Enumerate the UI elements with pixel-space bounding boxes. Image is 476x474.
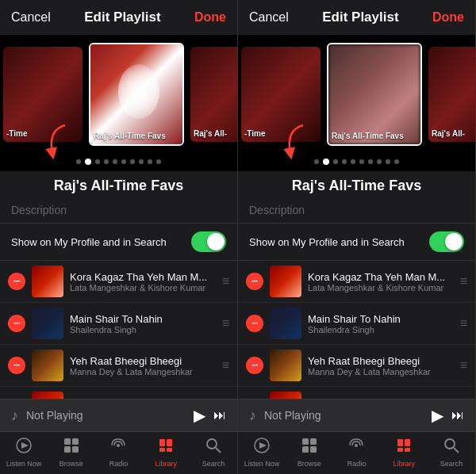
tab-browse[interactable]: Browse [48,437,95,468]
dots-row [238,154,475,171]
tab-listen-now[interactable]: Listen Now [0,437,48,468]
page-title: Edit Playlist [322,10,398,25]
svg-rect-25 [405,448,410,452]
drag-handle[interactable]: ≡ [460,316,467,331]
dot-4[interactable] [113,159,117,164]
arrow-icon [279,124,311,159]
svg-rect-10 [159,448,165,452]
svg-rect-19 [302,446,309,453]
cancel-button[interactable]: Cancel [11,10,51,25]
song-info: Yeh Raat Bheegi Bheegi Manna Dey & Lata … [308,355,454,377]
panel-right: Cancel Edit Playlist Done -TimeRaj's All… [238,0,476,474]
svg-rect-24 [397,448,403,452]
library-icon [395,437,413,458]
dot-8[interactable] [148,159,152,164]
svg-rect-8 [159,439,165,446]
song-title: Main Shair To Nahin [70,313,216,325]
toggle-switch[interactable] [191,231,226,252]
carousel-item-label: Raj's All-Time Favs [332,132,417,141]
dot-8[interactable] [386,159,390,164]
browse-icon [63,437,80,458]
description-field[interactable]: Description [238,197,475,224]
done-button[interactable]: Done [432,10,464,25]
song-row: Aaikel Tere Mere Pyar Ke Ch... ≡ [238,387,475,399]
song-remove-button[interactable] [246,273,263,290]
playlist-name[interactable]: Raj's All-Time Favs [238,171,475,197]
carousel-item-2[interactable]: Raj's All- [428,47,475,142]
svg-rect-20 [310,446,317,453]
dot-2[interactable] [333,159,338,164]
drag-handle[interactable]: ≡ [460,274,467,289]
song-art [270,266,301,297]
play-button[interactable]: ▶ [432,406,443,425]
toggle-row: Show on My Profile and in Search [238,224,475,261]
song-remove-button[interactable] [246,315,263,332]
song-art [270,350,301,381]
svg-point-21 [355,444,358,447]
cancel-button[interactable]: Cancel [249,10,289,25]
dot-7[interactable] [377,159,382,164]
carousel-item-2[interactable]: Raj's All- [190,47,237,142]
tab-browse[interactable]: Browse [286,437,333,468]
carousel-track: -TimeRaj's All-Time FavsRaj's All- [0,35,237,154]
tab-library[interactable]: Library [142,437,190,468]
song-art [270,308,301,339]
play-button[interactable]: ▶ [194,406,205,425]
skip-button[interactable]: ⏭ [451,408,464,422]
song-art [32,350,63,381]
dot-6[interactable] [130,159,135,164]
tab-search[interactable]: Search [428,437,475,468]
carousel-container[interactable]: -TimeRaj's All-Time FavsRaj's All- [0,35,237,154]
dot-3[interactable] [104,159,109,164]
dot-9[interactable] [156,159,161,164]
svg-rect-5 [64,446,71,453]
song-remove-button[interactable] [8,315,25,332]
dot-5[interactable] [121,159,126,164]
arrow-icon [41,124,73,159]
dot-6[interactable] [368,159,373,164]
dot-9[interactable] [394,159,399,164]
song-remove-button[interactable] [246,357,263,374]
toggle-switch[interactable] [429,231,464,252]
dot-1[interactable] [323,159,329,165]
dot-7[interactable] [139,159,144,164]
tab-radio[interactable]: Radio [95,437,143,468]
dot-0[interactable] [76,159,81,164]
carousel-container[interactable]: -TimeRaj's All-Time FavsRaj's All- [238,35,475,154]
song-remove-button[interactable] [8,273,25,290]
search-label: Search [202,460,225,468]
dot-4[interactable] [351,159,355,164]
song-title: Yeh Raat Bheegi Bheegi [308,355,454,367]
tab-listen-now[interactable]: Listen Now [238,437,286,468]
dot-5[interactable] [359,159,364,164]
tab-library[interactable]: Library [380,437,428,468]
drag-handle[interactable]: ≡ [222,316,229,331]
carousel-item-1[interactable]: Raj's All-Time Favs [327,43,422,146]
toggle-row: Show on My Profile and in Search [0,224,237,261]
dot-2[interactable] [95,159,100,164]
tab-bar: Listen NowBrowseRadioLibrarySearch [0,431,237,474]
skip-button[interactable]: ⏭ [213,408,226,422]
dots-row [0,154,237,171]
dot-1[interactable] [85,159,91,165]
carousel-item-1[interactable]: Raj's All-Time Favs [89,43,184,146]
dot-0[interactable] [314,159,319,164]
dot-3[interactable] [342,159,347,164]
svg-rect-4 [72,438,79,445]
radio-label: Radio [109,460,129,468]
drag-handle[interactable]: ≡ [222,274,229,289]
svg-point-7 [117,444,120,447]
drag-handle[interactable]: ≡ [222,358,229,373]
drag-handle[interactable]: ≡ [460,358,467,373]
tab-search[interactable]: Search [190,437,237,468]
song-remove-button[interactable] [8,357,25,374]
svg-rect-6 [72,446,79,453]
song-row: Kora Kagaz Tha Yeh Man M... Lata Mangesh… [238,261,475,303]
listen-now-label: Listen Now [244,460,280,468]
listen-now-label: Listen Now [6,460,42,468]
tab-radio[interactable]: Radio [333,437,381,468]
playlist-name[interactable]: Raj's All-Time Favs [0,171,237,197]
done-button[interactable]: Done [194,10,226,25]
description-field[interactable]: Description [0,197,237,224]
dots-wrapper [0,154,237,171]
